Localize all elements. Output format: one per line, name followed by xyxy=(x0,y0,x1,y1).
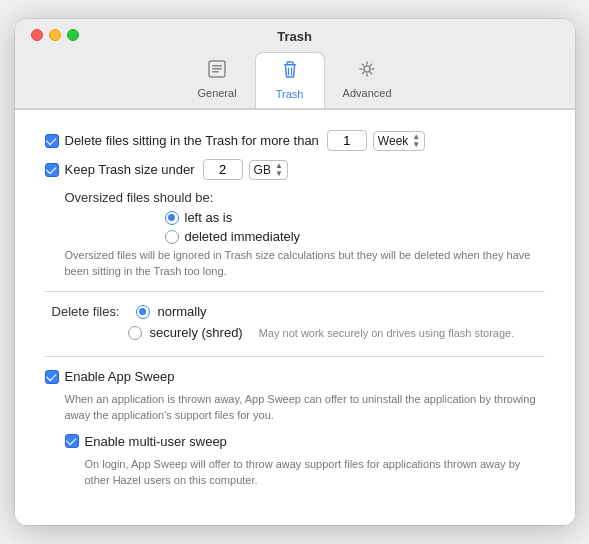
securely-hint: May not work securely on drives using fl… xyxy=(259,327,515,339)
advanced-tab-icon xyxy=(356,58,378,84)
tab-trash[interactable]: Trash xyxy=(255,52,325,108)
divider-1 xyxy=(45,291,545,292)
week-select[interactable]: Week ▲ ▼ xyxy=(373,131,425,151)
svg-rect-1 xyxy=(212,65,222,67)
multiuser-label: Enable multi-user sweep xyxy=(85,434,227,449)
securely-radio[interactable] xyxy=(128,326,142,340)
content-area: Delete files sitting in the Trash for mo… xyxy=(15,109,575,525)
minimize-button[interactable] xyxy=(49,29,61,41)
tab-general-label: General xyxy=(197,87,236,99)
multiuser-hint: On login, App Sweep will offer to throw … xyxy=(65,457,545,489)
app-sweep-label: Enable App Sweep xyxy=(65,369,175,384)
gb-select[interactable]: GB ▲ ▼ xyxy=(249,160,288,180)
multiuser-checkbox[interactable] xyxy=(65,434,79,448)
oversized-left-as-is-radio[interactable] xyxy=(165,211,179,225)
gb-stepper-arrows: ▲ ▼ xyxy=(275,162,283,178)
maximize-button[interactable] xyxy=(67,29,79,41)
traffic-lights xyxy=(31,29,79,41)
multiuser-row: Enable multi-user sweep xyxy=(65,434,545,449)
app-sweep-row: Enable App Sweep xyxy=(45,369,545,384)
delete-files-checkbox[interactable] xyxy=(45,134,59,148)
oversized-hint: Oversized files will be ignored in Trash… xyxy=(45,248,545,279)
general-tab-icon xyxy=(206,58,228,84)
tab-general[interactable]: General xyxy=(179,52,254,108)
close-button[interactable] xyxy=(31,29,43,41)
divider-2 xyxy=(45,356,545,357)
delete-files-label-row: Delete files: normally xyxy=(45,304,207,319)
keep-trash-label: Keep Trash size under xyxy=(65,162,195,177)
week-stepper-arrows: ▲ ▼ xyxy=(412,133,420,149)
app-sweep-checkbox[interactable] xyxy=(45,370,59,384)
delete-files-section-label: Delete files: xyxy=(45,304,120,319)
app-sweep-section: Enable App Sweep When an application is … xyxy=(45,369,545,489)
svg-rect-3 xyxy=(212,71,219,73)
oversized-label-row: Oversized files should be: xyxy=(45,188,545,206)
trash-tab-icon xyxy=(279,59,301,85)
tab-trash-label: Trash xyxy=(276,88,304,100)
delete-files-section: Delete files: normally securely (shred) … xyxy=(45,304,545,344)
oversized-label: Oversized files should be: xyxy=(65,190,214,205)
titlebar: Trash General xyxy=(15,19,575,109)
oversized-radio-group: left as is deleted immediately xyxy=(45,210,545,244)
securely-label: securely (shred) xyxy=(150,325,243,340)
securely-row: securely (shred) May not work securely o… xyxy=(45,325,515,340)
svg-point-7 xyxy=(364,66,370,72)
svg-rect-2 xyxy=(212,68,222,70)
tab-advanced-label: Advanced xyxy=(343,87,392,99)
week-select-label: Week xyxy=(378,134,408,148)
normally-radio[interactable] xyxy=(136,305,150,319)
keep-trash-row: Keep Trash size under GB ▲ ▼ xyxy=(45,159,545,180)
oversized-deleted-immediately-radio[interactable] xyxy=(165,230,179,244)
oversized-option1-label: left as is xyxy=(185,210,233,225)
app-sweep-hint: When an application is thrown away, App … xyxy=(45,392,545,424)
window-title: Trash xyxy=(277,29,312,44)
svg-rect-4 xyxy=(284,64,296,66)
delete-files-label: Delete files sitting in the Trash for mo… xyxy=(65,133,319,148)
oversized-option2-label: deleted immediately xyxy=(185,229,301,244)
oversized-option2-row: deleted immediately xyxy=(165,229,545,244)
keep-trash-value-input[interactable] xyxy=(203,159,243,180)
gb-select-label: GB xyxy=(254,163,271,177)
delete-files-row: Delete files sitting in the Trash for mo… xyxy=(45,130,545,151)
keep-trash-checkbox[interactable] xyxy=(45,163,59,177)
tab-advanced[interactable]: Advanced xyxy=(325,52,410,108)
delete-files-value-input[interactable] xyxy=(327,130,367,151)
oversized-option1-row: left as is xyxy=(165,210,545,225)
multiuser-section: Enable multi-user sweep On login, App Sw… xyxy=(45,434,545,489)
main-window: Trash General xyxy=(15,19,575,525)
normally-label: normally xyxy=(158,304,207,319)
tabs-bar: General Trash xyxy=(179,52,409,108)
